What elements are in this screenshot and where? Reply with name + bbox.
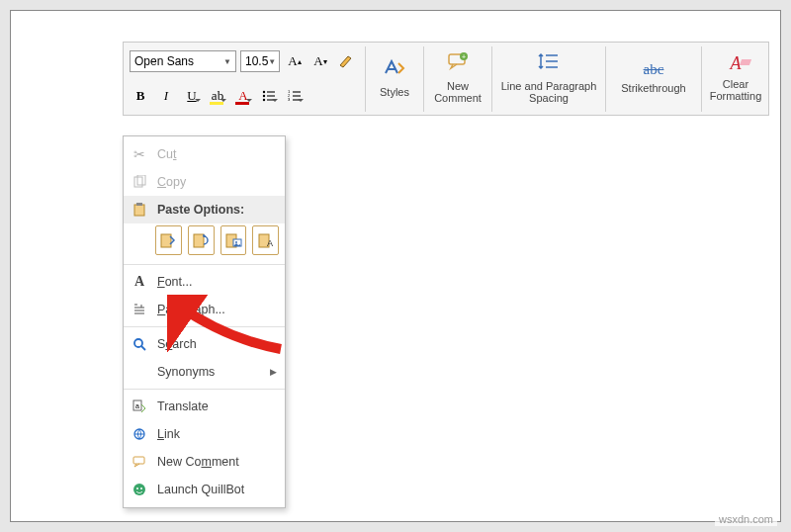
paste-text-only-button[interactable]: A — [252, 225, 279, 255]
comment-icon: + — [447, 51, 469, 76]
separator — [423, 46, 424, 112]
menu-search-label: Search — [157, 337, 197, 351]
svg-rect-24 — [133, 457, 144, 464]
line-spacing-button[interactable]: Line and Paragraph Spacing — [494, 43, 603, 112]
paste-options-row: A — [124, 223, 285, 261]
svg-point-0 — [263, 91, 265, 93]
menu-synonyms-label: Synonyms — [157, 365, 215, 379]
highlighter-button[interactable] — [335, 50, 357, 72]
bullets-button[interactable] — [258, 85, 280, 107]
font-row-bottom: B I U ab A 123 — [130, 79, 357, 114]
svg-text:+: + — [462, 53, 466, 60]
separator — [605, 46, 606, 112]
menu-link-label: Link — [157, 427, 180, 441]
paragraph-icon — [132, 303, 147, 316]
svg-point-2 — [263, 99, 265, 101]
chevron-down-icon: ▼ — [223, 57, 231, 66]
copy-icon — [132, 175, 147, 189]
menu-cut-label: Cut — [157, 147, 176, 161]
line-spacing-icon — [537, 51, 561, 76]
paste-picture-button[interactable] — [220, 225, 247, 255]
separator — [491, 46, 492, 112]
separator — [701, 46, 702, 112]
svg-point-27 — [140, 488, 142, 489]
strikethrough-label: Strikethrough — [621, 82, 685, 94]
app-frame: Open Sans ▼ 10.5 ▼ A▴ A▾ B I U ab — [10, 10, 781, 522]
menu-search[interactable]: Search — [124, 330, 285, 358]
svg-rect-13 — [161, 234, 171, 247]
paste-merge-button[interactable] — [188, 225, 215, 255]
paste-keep-source-button[interactable] — [155, 225, 182, 255]
separator — [365, 46, 366, 112]
line-spacing-label: Line and Paragraph Spacing — [501, 80, 597, 104]
bold-button[interactable]: B — [130, 85, 151, 107]
clear-formatting-button[interactable]: A Clear Formatting — [704, 43, 767, 112]
svg-point-17 — [235, 241, 237, 243]
svg-rect-12 — [136, 203, 142, 206]
styles-label: Styles — [380, 86, 409, 98]
chevron-right-icon: ▶ — [270, 367, 277, 377]
chevron-down-icon: ▼ — [268, 57, 276, 66]
context-menu: ✂ Cut Copy Paste Options: — [123, 135, 286, 508]
svg-point-1 — [263, 95, 265, 97]
svg-point-20 — [134, 339, 142, 347]
translate-icon: a — [132, 399, 147, 413]
menu-paragraph[interactable]: Paragraph... — [124, 296, 285, 323]
menu-translate-label: Translate — [157, 399, 209, 413]
font-name-combo[interactable]: Open Sans ▼ — [130, 50, 236, 72]
new-comment-button[interactable]: + New Comment — [426, 43, 489, 112]
svg-text:3: 3 — [288, 97, 291, 102]
underline-button[interactable]: U — [181, 85, 203, 107]
cut-icon: ✂ — [132, 146, 147, 162]
quillbot-icon — [132, 483, 147, 496]
svg-point-25 — [133, 484, 145, 495]
svg-rect-14 — [194, 234, 204, 247]
menu-separator — [124, 326, 285, 327]
ribbon: Open Sans ▼ 10.5 ▼ A▴ A▾ B I U ab — [123, 42, 769, 116]
menu-separator — [124, 264, 285, 265]
svg-text:a: a — [135, 402, 139, 409]
numbering-button[interactable]: 123 — [284, 85, 306, 107]
styles-button[interactable]: Styles — [368, 43, 421, 112]
italic-button[interactable]: I — [155, 85, 177, 107]
menu-separator — [124, 389, 285, 390]
menu-copy-label: Copy — [157, 175, 186, 189]
paste-icon — [132, 203, 147, 217]
new-comment-label: New Comment — [434, 80, 482, 104]
font-group: Open Sans ▼ 10.5 ▼ A▴ A▾ B I U ab — [124, 43, 363, 115]
strikethrough-icon: abc — [644, 61, 664, 78]
menu-link[interactable]: Link — [124, 420, 285, 448]
font-color-button[interactable]: A — [232, 85, 254, 107]
menu-launch-quillbot[interactable]: Launch QuillBot — [124, 476, 285, 503]
font-name-value: Open Sans — [134, 54, 194, 68]
font-size-value: 10.5 — [245, 54, 268, 68]
search-icon — [132, 337, 147, 351]
menu-paste-options-header: Paste Options: — [124, 196, 285, 223]
menu-font-label: Font... — [157, 275, 192, 289]
comment-icon — [132, 455, 147, 469]
svg-rect-11 — [134, 205, 144, 216]
menu-translate[interactable]: a Translate — [124, 393, 285, 420]
watermark: wsxdn.com — [715, 512, 777, 526]
menu-synonyms[interactable]: Synonyms ▶ — [124, 358, 285, 386]
menu-copy: Copy — [124, 168, 285, 196]
svg-text:A: A — [267, 238, 273, 248]
shrink-font-button[interactable]: A▾ — [309, 50, 331, 72]
font-size-combo[interactable]: 10.5 ▼ — [240, 50, 280, 72]
menu-new-comment[interactable]: New Comment — [124, 448, 285, 476]
grow-font-button[interactable]: A▴ — [284, 50, 306, 72]
menu-paragraph-label: Paragraph... — [157, 303, 225, 316]
link-icon — [132, 427, 147, 441]
menu-paste-options-label: Paste Options: — [157, 203, 244, 217]
text-highlight-color-button[interactable]: ab — [207, 85, 228, 107]
menu-new-comment-label: New Comment — [157, 455, 239, 469]
clear-formatting-icon: A — [731, 53, 742, 74]
font-icon: A — [132, 274, 147, 290]
menu-font[interactable]: A Font... — [124, 268, 285, 296]
styles-icon — [384, 57, 405, 82]
menu-cut: ✂ Cut — [124, 140, 285, 168]
strikethrough-button[interactable]: abc Strikethrough — [608, 43, 699, 112]
font-row-top: Open Sans ▼ 10.5 ▼ A▴ A▾ — [130, 44, 357, 79]
menu-launch-quillbot-label: Launch QuillBot — [157, 483, 244, 496]
clear-formatting-label: Clear Formatting — [710, 78, 762, 102]
